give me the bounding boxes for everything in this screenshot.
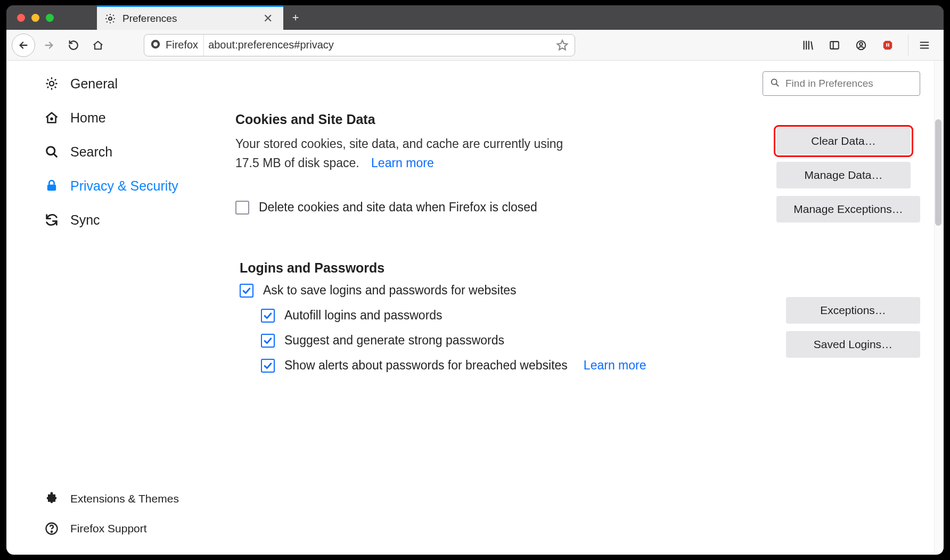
minimize-window-button[interactable]	[31, 14, 39, 22]
checkbox-checked-icon[interactable]	[261, 309, 275, 323]
bookmark-star-icon[interactable]	[555, 38, 569, 52]
logins-heading: Logins and Passwords	[240, 260, 757, 276]
ask-to-save-label: Ask to save logins and passwords for web…	[263, 283, 517, 298]
sidebar-label: Home	[70, 110, 106, 126]
search-icon	[44, 144, 60, 160]
cookies-description: Your stored cookies, site data, and cach…	[235, 135, 566, 172]
tab-close-button[interactable]: ✕	[260, 12, 276, 26]
gear-icon	[104, 13, 116, 24]
checkbox-checked-icon[interactable]	[261, 334, 275, 348]
delete-on-close-row[interactable]: Delete cookies and site data when Firefo…	[235, 200, 757, 215]
url-bar[interactable]: Firefox about:preferences#privacy	[144, 34, 575, 56]
checkbox-unchecked-icon[interactable]	[235, 201, 249, 215]
cookies-heading: Cookies and Site Data	[235, 112, 757, 127]
lock-icon	[44, 178, 60, 194]
svg-point-2	[153, 42, 158, 46]
sync-icon	[44, 212, 60, 228]
gear-icon	[44, 76, 60, 92]
home-icon	[44, 110, 60, 126]
maximize-window-button[interactable]	[46, 14, 54, 22]
sidebar-label: Search	[70, 144, 112, 160]
sidebar-label: Privacy & Security	[70, 178, 178, 194]
preferences-content: General Home Search	[6, 61, 757, 438]
firefox-logo-icon	[150, 38, 161, 52]
sidebar-item-sync[interactable]: Sync	[44, 212, 225, 228]
new-tab-button[interactable]	[283, 5, 308, 30]
sidebar-label: Sync	[70, 212, 100, 228]
reload-button[interactable]	[63, 35, 84, 56]
close-window-button[interactable]	[17, 14, 25, 22]
home-button[interactable]	[87, 35, 109, 56]
delete-on-close-label: Delete cookies and site data when Firefo…	[259, 200, 537, 215]
sidebar-item-home[interactable]: Home	[44, 110, 225, 126]
autofill-label: Autofill logins and passwords	[284, 308, 443, 323]
checkbox-checked-icon[interactable]	[240, 284, 253, 298]
url-text: about:preferences#privacy	[208, 39, 551, 51]
svg-rect-11	[47, 185, 56, 191]
svg-point-8	[50, 81, 54, 86]
ask-to-save-row[interactable]: Ask to save logins and passwords for web…	[240, 283, 757, 298]
svg-point-0	[109, 17, 112, 20]
back-button[interactable]	[12, 34, 35, 57]
window-controls	[6, 5, 97, 30]
svg-point-9	[51, 118, 52, 120]
tab-preferences[interactable]: Preferences ✕	[97, 5, 283, 30]
sidebar-label: General	[70, 76, 118, 92]
identity-label: Firefox	[166, 39, 198, 51]
sidebar-item-search[interactable]: Search	[44, 144, 225, 160]
forward-button[interactable]	[38, 35, 60, 56]
preferences-main: Cookies and Site Data Your stored cookie…	[225, 61, 757, 438]
tab-strip: Preferences ✕	[6, 5, 757, 30]
preferences-sidebar: General Home Search	[6, 61, 225, 438]
sidebar-item-general[interactable]: General	[44, 76, 225, 92]
browser-window: Preferences ✕ Firefox about:pre	[6, 5, 757, 438]
logins-learn-more-link[interactable]: Learn more	[584, 358, 646, 373]
alerts-label: Show alerts about passwords for breached…	[284, 358, 568, 373]
sidebar-item-privacy[interactable]: Privacy & Security	[44, 178, 225, 194]
tab-title: Preferences	[122, 13, 253, 24]
autofill-row[interactable]: Autofill logins and passwords	[261, 308, 757, 323]
toolbar: Firefox about:preferences#privacy	[6, 30, 757, 61]
identity-box[interactable]: Firefox	[150, 35, 204, 56]
alerts-row[interactable]: Show alerts about passwords for breached…	[261, 358, 757, 373]
checkbox-checked-icon[interactable]	[261, 359, 275, 373]
cookies-learn-more-link[interactable]: Learn more	[371, 156, 434, 170]
suggest-label: Suggest and generate strong passwords	[284, 333, 504, 348]
suggest-row[interactable]: Suggest and generate strong passwords	[261, 333, 757, 348]
